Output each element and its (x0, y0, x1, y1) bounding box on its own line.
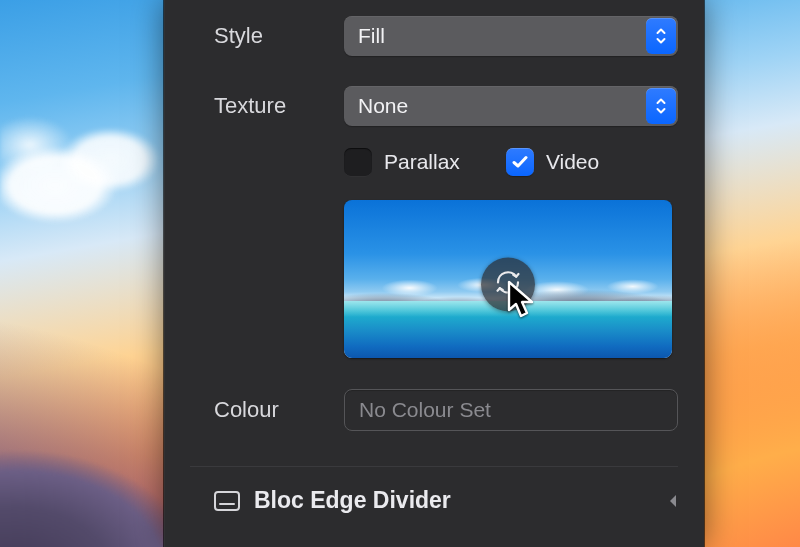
label-colour: Colour (214, 397, 324, 423)
colour-well[interactable]: No Colour Set (344, 389, 678, 431)
texture-select[interactable]: None (344, 86, 678, 126)
row-texture: Texture None (164, 84, 704, 128)
section-title: Bloc Edge Divider (254, 487, 654, 514)
label-texture: Texture (214, 93, 324, 119)
parallax-label: Parallax (384, 150, 460, 174)
checkbox-box (344, 148, 372, 176)
style-select-value: Fill (358, 24, 385, 48)
bloc-divider-icon (214, 491, 240, 511)
video-preview[interactable] (344, 200, 672, 358)
chevron-up-down-icon (646, 18, 676, 54)
checkbox-box-checked (506, 148, 534, 176)
caret-left-icon (668, 494, 678, 508)
section-header-bloc-edge-divider[interactable]: Bloc Edge Divider (164, 467, 704, 514)
colour-placeholder: No Colour Set (359, 398, 491, 422)
style-select[interactable]: Fill (344, 16, 678, 56)
wallpaper-cloud (0, 90, 170, 250)
checkbox-row: Parallax Video (164, 148, 704, 176)
inspector-panel: Style Fill Texture None (164, 0, 704, 547)
chevron-up-down-icon (646, 88, 676, 124)
row-colour: Colour No Colour Set (164, 388, 704, 432)
refresh-icon (492, 266, 524, 303)
row-style: Style Fill (164, 14, 704, 58)
video-label: Video (546, 150, 599, 174)
parallax-checkbox[interactable]: Parallax (344, 148, 460, 176)
video-checkbox[interactable]: Video (506, 148, 599, 176)
swap-media-button[interactable] (481, 257, 535, 311)
texture-select-value: None (358, 94, 408, 118)
label-style: Style (214, 23, 324, 49)
